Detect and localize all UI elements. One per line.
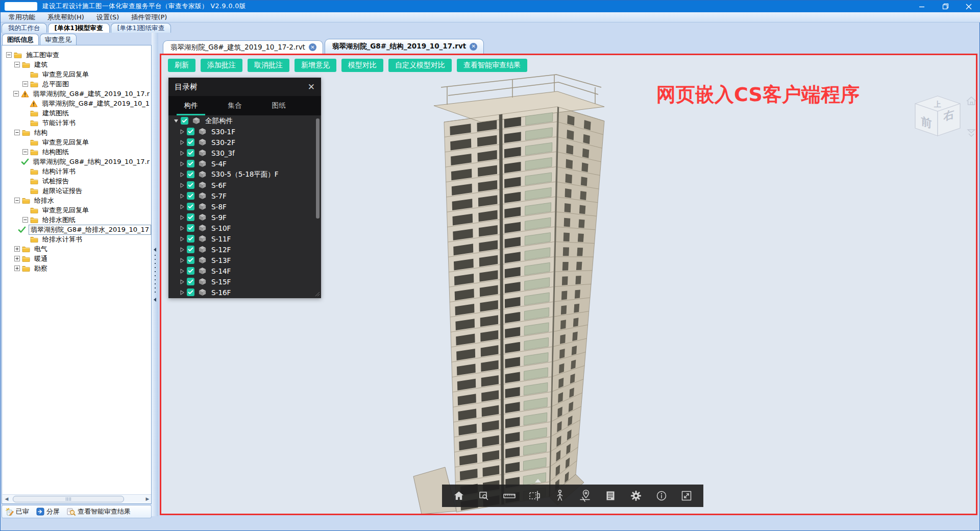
scroll-left-icon[interactable]: ◀ — [3, 495, 11, 503]
catalog-item[interactable]: S-13F — [168, 255, 321, 266]
home-icon[interactable] — [451, 488, 467, 503]
tree-item[interactable]: 翡翠湖别院_G8#_结构_2019_10_17.r — [4, 157, 151, 166]
catalog-item[interactable]: S-10F — [168, 223, 321, 233]
checkbox-checked-icon[interactable] — [187, 256, 194, 264]
tree-item[interactable]: 审查意见回复单 — [4, 69, 151, 79]
catalog-item[interactable]: S-4F — [168, 158, 321, 169]
collapse-arrow-icon[interactable] — [173, 118, 180, 123]
checkbox-checked-icon[interactable] — [187, 138, 194, 146]
catalog-item[interactable]: S-16F — [168, 287, 321, 298]
menu-item-1[interactable]: 系统帮助(H) — [41, 12, 90, 22]
expand-arrow-icon[interactable] — [179, 172, 186, 177]
tree-item[interactable]: 节能计算书 — [4, 118, 151, 128]
navigation-cube[interactable]: 上 前 右 — [904, 78, 979, 139]
catalog-item[interactable]: S30-2F — [168, 137, 321, 148]
collapse-icon[interactable] — [14, 62, 20, 67]
tree-item[interactable]: 结构 — [4, 128, 151, 137]
tree-item[interactable]: 勘察 — [4, 263, 151, 273]
checkbox-checked-icon[interactable] — [181, 117, 188, 125]
viewer-button-4[interactable]: 模型对比 — [341, 59, 383, 72]
toolbar-expand-icon[interactable] — [535, 479, 541, 482]
catalog-item[interactable]: S-6F — [168, 180, 321, 190]
checkbox-checked-icon[interactable] — [187, 203, 194, 210]
expand-arrow-icon[interactable] — [179, 269, 186, 274]
checkbox-checked-icon[interactable] — [187, 192, 194, 200]
catalog-item[interactable]: S-15F — [168, 276, 321, 287]
minimize-icon[interactable] — [910, 1, 934, 12]
collapse-icon[interactable] — [22, 149, 28, 155]
viewer-button-0[interactable]: 刷新 — [168, 59, 195, 72]
collapse-icon[interactable] — [22, 217, 28, 223]
viewer-button-1[interactable]: 添加批注 — [201, 59, 242, 72]
close-icon[interactable] — [957, 1, 980, 12]
catalog-root-item[interactable]: 全部构件 — [168, 115, 321, 126]
workspace-tab-1[interactable]: [单体1]模型审查 — [48, 23, 110, 33]
tree-item[interactable]: 超限论证报告 — [4, 186, 151, 196]
checkbox-checked-icon[interactable] — [187, 235, 194, 243]
status-audited-stamp[interactable]: 已审 — [5, 507, 29, 516]
catalog-item[interactable]: S30-5（5-18平面）F — [168, 169, 321, 180]
expand-icon[interactable] — [14, 256, 20, 261]
location-pin-icon[interactable] — [578, 488, 593, 503]
expand-arrow-icon[interactable] — [179, 279, 186, 284]
status-smart-review[interactable]: 查看智能审查结果 — [67, 507, 131, 516]
collapse-icon[interactable] — [22, 81, 28, 87]
tree-item[interactable]: 给排水图纸 — [4, 215, 151, 225]
fullscreen-icon[interactable] — [679, 488, 694, 503]
catalog-tab-2[interactable]: 图纸 — [262, 96, 295, 115]
catalog-item[interactable]: S-8F — [168, 201, 321, 212]
checkbox-checked-icon[interactable] — [187, 246, 194, 253]
expand-arrow-icon[interactable] — [179, 161, 186, 166]
checkbox-checked-icon[interactable] — [187, 213, 194, 221]
checkbox-checked-icon[interactable] — [187, 149, 194, 157]
catalog-tab-1[interactable]: 集合 — [218, 96, 251, 115]
expand-arrow-icon[interactable] — [179, 247, 186, 252]
checkbox-checked-icon[interactable] — [187, 171, 194, 178]
workspace-tab-2[interactable]: [单体1]图纸审查 — [111, 23, 172, 33]
menu-item-2[interactable]: 设置(S) — [90, 12, 125, 22]
catalog-item[interactable]: S30_3f — [168, 148, 321, 158]
status-split-screen[interactable]: 分屏 — [36, 507, 60, 516]
checkbox-checked-icon[interactable] — [187, 160, 194, 167]
scroll-right-icon[interactable]: ▶ — [143, 495, 152, 503]
tree-item[interactable]: 翡翠湖别院_G8#_建筑_2019_10_17.r — [4, 89, 151, 99]
tree-item[interactable]: 总平面图 — [4, 79, 151, 89]
viewer-button-2[interactable]: 取消批注 — [248, 59, 289, 72]
left-tab-0[interactable]: 图纸信息 — [2, 34, 39, 45]
tree-item[interactable]: 建筑 — [4, 60, 151, 69]
catalog-item[interactable]: S-9F — [168, 212, 321, 223]
tree-item[interactable]: 施工图审查 — [4, 50, 151, 60]
tree-horizontal-scrollbar[interactable]: ◀ ▶ — [3, 494, 152, 503]
checkbox-checked-icon[interactable] — [187, 278, 194, 285]
checkbox-checked-icon[interactable] — [187, 224, 194, 232]
section-box-icon[interactable] — [527, 488, 543, 503]
catalog-item[interactable]: S-14F — [168, 266, 321, 276]
tree-item[interactable]: 审查意见回复单 — [4, 137, 151, 147]
expand-arrow-icon[interactable] — [179, 290, 186, 295]
tree-item[interactable]: 建筑图纸 — [4, 108, 151, 118]
expand-arrow-icon[interactable] — [179, 204, 186, 209]
viewer-button-5[interactable]: 自定义模型对比 — [388, 59, 452, 72]
menu-item-3[interactable]: 插件管理(P) — [125, 12, 173, 22]
walk-icon[interactable] — [552, 488, 568, 503]
collapse-icon[interactable] — [14, 130, 20, 135]
panel-splitter[interactable] — [152, 33, 158, 516]
checkbox-checked-icon[interactable] — [187, 267, 194, 275]
catalog-item[interactable]: S-11F — [168, 233, 321, 244]
expand-arrow-icon[interactable] — [179, 151, 186, 156]
tree-item[interactable]: 给排水 — [4, 196, 151, 205]
catalog-item[interactable]: S30-1F — [168, 126, 321, 137]
tab-close-icon[interactable]: ✕ — [470, 43, 477, 51]
collapse-icon[interactable] — [14, 198, 20, 203]
viewer-button-3[interactable]: 新增意见 — [295, 59, 336, 72]
measure-icon[interactable] — [502, 488, 517, 503]
tab-close-icon[interactable]: ✕ — [309, 43, 316, 51]
scrollbar-thumb[interactable] — [13, 496, 124, 502]
left-tab-1[interactable]: 审查意见 — [40, 34, 77, 45]
tree-item[interactable]: 翡翠湖别院_G8#_给排水_2019_10_17 — [4, 225, 151, 234]
info-icon[interactable] — [654, 488, 669, 503]
close-icon[interactable]: ✕ — [308, 82, 315, 92]
properties-icon[interactable] — [603, 488, 618, 503]
tree-item[interactable]: 暖通 — [4, 254, 151, 263]
tree-item[interactable]: 审查意见回复单 — [4, 205, 151, 215]
